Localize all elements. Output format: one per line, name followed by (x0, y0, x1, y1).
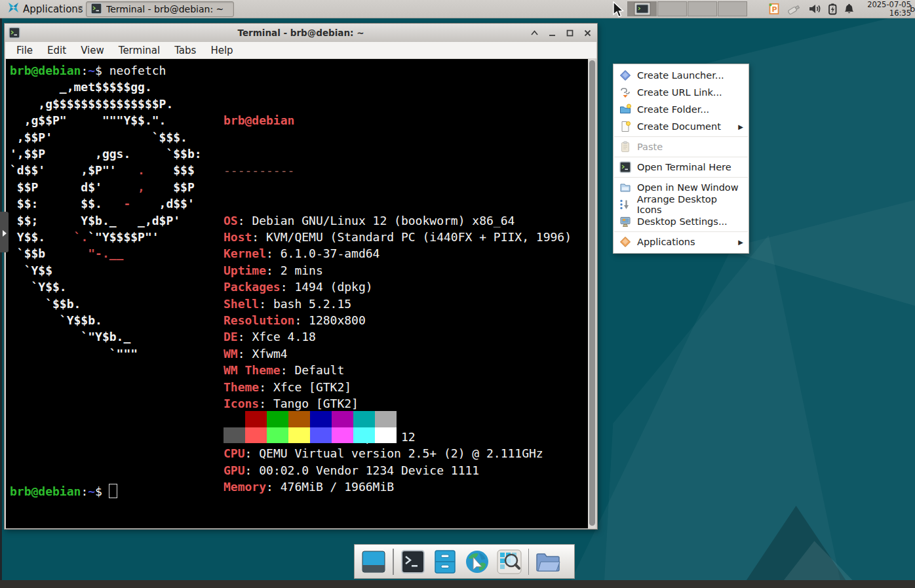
dock-launcher-directory-menu[interactable] (535, 548, 561, 576)
dock-launcher-file-manager[interactable] (432, 548, 458, 576)
dock-launcher-terminal[interactable] (400, 548, 426, 576)
prompt-user: brb@debian (10, 64, 81, 77)
neofetch-info-line: Memory: 476MiB / 1966MiB (224, 479, 572, 495)
screen-left-edge (0, 0, 2, 588)
menu-item-label: Applications (637, 237, 695, 247)
workspace-cell-3[interactable] (688, 1, 717, 16)
context-menu-item-applications[interactable]: Applications▶ (613, 233, 749, 250)
menubar-item-tabs[interactable]: Tabs (167, 45, 203, 56)
menu-item-label: Create Launcher... (637, 70, 724, 81)
dock-launcher-show-desktop[interactable] (360, 548, 387, 576)
neofetch-info-line: WM Theme: Default (224, 362, 572, 378)
context-menu-item-desktop-settings[interactable]: Desktop Settings... (613, 213, 749, 230)
palette-swatch (288, 411, 310, 427)
palette-swatch (288, 427, 310, 444)
neofetch-info-line: Shell: bash 5.2.15 (224, 296, 572, 312)
menubar-item-file[interactable]: File (9, 45, 40, 56)
neofetch-info: brb@debian ---------- OS: Debian GNU/Lin… (224, 79, 572, 528)
menu-item-label: Open Terminal Here (637, 162, 731, 172)
command-text: neofetch (109, 64, 166, 77)
battery-tray-icon[interactable] (827, 3, 838, 15)
close-button[interactable] (583, 29, 592, 37)
terminal-icon (619, 161, 631, 173)
applications-menu-button[interactable]: Applications (3, 0, 87, 18)
menu-item-label: Create Document (637, 121, 721, 132)
context-menu-item-create-document[interactable]: Create Document▶ (613, 118, 749, 135)
desktop-context-menu: Create Launcher...Create URL Link...Crea… (613, 64, 749, 254)
context-menu-item-create-url-link[interactable]: Create URL Link... (613, 84, 749, 101)
context-menu-item-create-launcher[interactable]: Create Launcher... (613, 67, 749, 84)
dock-launcher-web-browser[interactable] (464, 548, 490, 576)
window-menubar: FileEditViewTerminalTabsHelp (5, 42, 596, 59)
window-titlebar[interactable]: Terminal - brb@debian: ~ (5, 24, 597, 42)
menu-item-label: Open in New Window (637, 182, 739, 193)
prompt-path: ~ (88, 64, 95, 77)
dock-separator (528, 549, 530, 575)
neofetch-info-line: CPU: QEMU Virtual version 2.5+ (2) @ 2.1… (224, 445, 572, 461)
neofetch-info-line: Packages: 1494 (dpkg) (224, 279, 572, 295)
hidden-panel-reveal-tab[interactable] (0, 212, 9, 252)
package-updater-tray-icon[interactable]: P (768, 3, 781, 15)
ascii-art-line: ,g$$$$$$$$$$$$$$$P. (10, 96, 202, 112)
neofetch-underline: ---------- (224, 162, 572, 178)
workspace-cell-1[interactable] (627, 1, 657, 16)
context-menu-item-create-folder[interactable]: Create Folder... (613, 101, 749, 118)
terminal-screen[interactable]: brb@debian:~$ neofetch _,met$$$$$gg. ,g$… (6, 59, 589, 528)
palette-swatch (375, 427, 397, 444)
maximize-button[interactable] (566, 29, 574, 37)
palette-swatch (224, 411, 245, 427)
ascii-art-line: ,$$P' `$$$. (10, 129, 202, 146)
palette-swatch (267, 411, 288, 427)
palette-swatch (353, 411, 375, 427)
launcher-diamond-icon (619, 69, 631, 81)
neofetch-color-palette (224, 411, 397, 443)
minimize-button[interactable] (548, 29, 556, 37)
scrollbar-thumb[interactable] (589, 60, 595, 526)
context-menu-item-arrange-desktop-icons[interactable]: Arrange Desktop Icons (613, 196, 749, 213)
dock-panel (354, 544, 575, 579)
terminal-icon (90, 3, 102, 16)
workspace-cell-2[interactable] (657, 1, 687, 16)
panel-clock[interactable]: 2025-07-05 16:35 (863, 1, 911, 17)
ascii-art-line: `d$$' ,$P"' . $$$ (10, 162, 202, 178)
dock-launcher-app-finder[interactable] (496, 548, 522, 576)
ascii-art-line: `Y$$. (10, 279, 202, 295)
palette-swatch (245, 427, 267, 444)
taskbar-window-label: Terminal - brb@debian: ~ (106, 4, 224, 14)
removable-media-tray-icon[interactable] (786, 3, 803, 16)
context-menu-item-open-terminal-here[interactable]: Open Terminal Here (613, 159, 749, 176)
applications-menu-label: Applications (23, 3, 83, 15)
arrow-right-icon (3, 230, 7, 237)
paste-icon (619, 141, 631, 153)
menu-item-label: Create URL Link... (637, 87, 722, 98)
clock-time: 16:35 (863, 9, 911, 18)
xfce-logo-icon (7, 1, 20, 16)
ascii-art-line: `Y$$b. (10, 312, 202, 328)
taskbar-window-button[interactable]: Terminal - brb@debian: ~ (86, 1, 234, 17)
ascii-art-line: `"Y$b._ (10, 328, 202, 345)
prompt-user: brb@debian (10, 484, 81, 498)
ascii-art-line: `$$b "-.__ (10, 245, 202, 262)
menu-separator (614, 231, 748, 232)
window-title: Terminal - brb@debian: ~ (5, 28, 597, 38)
workspace-cell-4[interactable] (718, 1, 747, 16)
neofetch-info-line: Kernel: 6.1.0-37-amd64 (224, 245, 572, 262)
terminal-cursor (109, 484, 117, 498)
palette-swatch (267, 427, 288, 444)
menubar-item-terminal[interactable]: Terminal (111, 45, 167, 56)
menubar-item-view[interactable]: View (73, 45, 111, 56)
ascii-art-line: `""" (10, 345, 202, 362)
screen-bottom-edge (0, 580, 915, 588)
menu-separator (614, 157, 748, 157)
svg-text:P: P (772, 5, 777, 14)
ascii-art-line: Y$$. `.`"Y$$$$P"' (10, 229, 202, 245)
shade-button[interactable] (530, 29, 539, 37)
terminal-scrollbar[interactable] (588, 59, 596, 528)
menubar-item-edit[interactable]: Edit (40, 45, 73, 56)
terminal-prompt-line: brb@debian:~$ (10, 483, 117, 500)
volume-tray-icon[interactable] (808, 3, 822, 15)
ascii-art-line: $$P d$' , $$P (10, 179, 202, 195)
notifications-tray-icon[interactable] (844, 3, 855, 15)
menubar-item-help[interactable]: Help (203, 45, 240, 56)
palette-swatch (310, 427, 332, 444)
